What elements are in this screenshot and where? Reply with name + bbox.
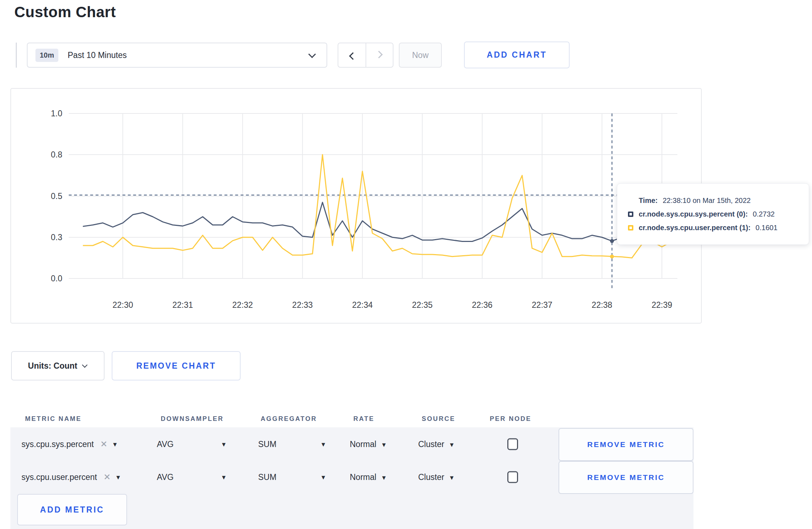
caret-down-icon: ▾ [382, 440, 386, 448]
tooltip-series-value: 0.2732 [753, 210, 775, 218]
rate-value: Normal [350, 472, 376, 482]
caret-down-icon: ▾ [450, 473, 454, 481]
caret-down-icon: ▾ [113, 440, 117, 448]
col-header-metric-name: METRIC NAME [25, 415, 82, 423]
caret-down-icon: ▾ [116, 473, 120, 481]
svg-text:22:31: 22:31 [173, 300, 193, 310]
remove-chart-button[interactable]: REMOVE CHART [112, 351, 241, 380]
tooltip-series-name: cr.node.sys.cpu.user.percent (1): [639, 224, 750, 232]
per-node-checkbox[interactable] [507, 438, 518, 450]
svg-text:22:36: 22:36 [472, 300, 493, 310]
col-header-downsampler: DOWNSAMPLER [161, 415, 224, 423]
source-value: Cluster [418, 472, 444, 482]
tooltip-time-label: Time: [639, 196, 658, 205]
remove-metric-button[interactable]: REMOVE METRIC [559, 428, 693, 461]
rate-value: Normal [350, 440, 376, 449]
svg-text:0.0: 0.0 [51, 274, 62, 283]
add-chart-button[interactable]: ADD CHART [464, 42, 570, 68]
tooltip-series-value: 0.1601 [755, 224, 777, 232]
tooltip-time-value: 22:38:10 on Mar 15th, 2022 [663, 196, 751, 205]
caret-down-icon: ▾ [322, 473, 325, 481]
caret-down-icon: ▾ [322, 440, 325, 448]
svg-text:22:35: 22:35 [412, 300, 433, 310]
caret-down-icon: ▾ [222, 440, 226, 448]
page-title: Custom Chart [14, 4, 116, 21]
svg-text:22:39: 22:39 [652, 300, 672, 310]
sys-percent-swatch-icon [628, 212, 633, 217]
caret-down-icon: ▾ [222, 473, 226, 481]
toolbar-divider [16, 43, 17, 68]
downsampler-dropdown[interactable]: AVG [157, 472, 174, 482]
tooltip-series-row: cr.node.sys.cpu.sys.percent (0): 0.2732 [628, 210, 809, 218]
tooltip-series-name: cr.node.sys.cpu.sys.percent (0): [639, 210, 748, 218]
custom-chart-plot[interactable]: 0.00.30.50.81.022:3022:3122:3222:3322:34… [11, 89, 702, 324]
chart-card: 0.00.30.50.81.022:3022:3122:3222:3322:34… [10, 88, 702, 324]
svg-text:22:37: 22:37 [532, 300, 552, 310]
chevron-left-icon [349, 52, 357, 60]
add-metric-button[interactable]: ADD METRIC [17, 494, 127, 525]
metric-name-dropdown[interactable]: sys.cpu.user.percent ✕ ▾ [21, 472, 120, 482]
svg-text:22:38: 22:38 [592, 300, 613, 310]
downsampler-dropdown[interactable]: AVG [157, 440, 174, 449]
user-percent-swatch-icon [628, 225, 633, 230]
caret-down-icon: ▾ [450, 440, 454, 448]
svg-text:0.8: 0.8 [51, 150, 62, 159]
metric-name-value: sys.cpu.sys.percent [21, 440, 94, 449]
chart-tooltip: Time: 22:38:10 on Mar 15th, 2022 cr.node… [617, 183, 809, 245]
col-header-source: SOURCE [422, 415, 455, 423]
units-select[interactable]: Units: Count [11, 351, 105, 380]
col-header-rate: RATE [353, 415, 374, 423]
svg-text:0.3: 0.3 [51, 233, 62, 242]
aggregator-dropdown[interactable]: SUM [258, 472, 276, 482]
source-dropdown[interactable]: Cluster ▾ [418, 472, 454, 482]
units-label: Units: Count [28, 361, 77, 371]
prev-time-button[interactable] [338, 43, 366, 67]
svg-text:22:30: 22:30 [112, 300, 133, 310]
caret-down-icon: ▾ [382, 473, 386, 481]
now-button[interactable]: Now [399, 43, 442, 68]
aggregator-dropdown[interactable]: SUM [258, 440, 276, 449]
tooltip-time-row: Time: 22:38:10 on Mar 15th, 2022 [639, 196, 809, 205]
col-header-per-node: PER NODE [490, 415, 531, 423]
metric-name-value: sys.cpu.user.percent [21, 472, 97, 482]
chevron-right-icon [375, 50, 382, 58]
chevron-down-icon [82, 362, 88, 368]
col-header-aggregator: AGGREGATOR [261, 415, 317, 423]
svg-text:22:33: 22:33 [292, 300, 313, 310]
per-node-checkbox[interactable] [507, 471, 518, 483]
clear-metric-icon[interactable]: ✕ [103, 472, 111, 482]
time-window-select[interactable]: 10m Past 10 Minutes [27, 43, 327, 68]
svg-text:22:32: 22:32 [232, 300, 253, 310]
rate-dropdown[interactable]: Normal ▾ [350, 440, 386, 449]
time-window-label: Past 10 Minutes [68, 50, 310, 60]
rate-dropdown[interactable]: Normal ▾ [350, 472, 386, 482]
source-value: Cluster [418, 440, 444, 449]
svg-text:1.0: 1.0 [51, 109, 62, 118]
svg-text:0.5: 0.5 [51, 191, 62, 201]
source-dropdown[interactable]: Cluster ▾ [418, 440, 454, 449]
metric-name-dropdown[interactable]: sys.cpu.sys.percent ✕ ▾ [21, 439, 117, 449]
next-time-button[interactable] [366, 43, 393, 67]
clear-metric-icon[interactable]: ✕ [100, 439, 107, 449]
time-window-badge: 10m [35, 49, 58, 62]
tooltip-series-row: cr.node.sys.cpu.user.percent (1): 0.1601 [628, 224, 809, 232]
svg-text:22:34: 22:34 [352, 300, 373, 310]
time-nav-group [338, 43, 393, 68]
remove-metric-button[interactable]: REMOVE METRIC [559, 461, 693, 494]
